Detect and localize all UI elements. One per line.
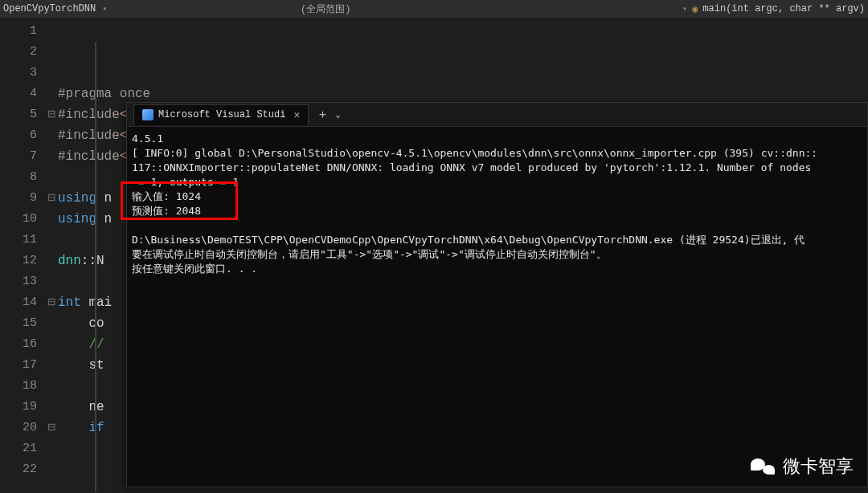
code-token: // xyxy=(58,334,104,355)
debug-console-window[interactable]: Microsoft Visual Studi ✕ ＋ ⌄ 4.5.1 [ INF… xyxy=(126,102,868,487)
watermark-text: 微卡智享 xyxy=(783,454,854,479)
console-tab[interactable]: Microsoft Visual Studi ✕ xyxy=(133,104,309,125)
code-token: if xyxy=(58,418,104,438)
vs-icon xyxy=(142,109,154,120)
chevron-down-icon[interactable]: ⌄ xyxy=(335,109,341,120)
code-token: st xyxy=(58,355,104,376)
code-token: int xyxy=(58,292,88,313)
fold-toggle-icon[interactable]: ⊟ xyxy=(47,188,56,209)
line-number: 2 xyxy=(0,42,37,63)
line-number: 4 xyxy=(0,84,37,104)
line-number: 18 xyxy=(0,376,37,397)
line-number: 20 xyxy=(0,418,37,438)
code-token: #include xyxy=(58,104,120,125)
project-dropdown-label: OpenCVpyTorchDNN xyxy=(3,3,96,14)
line-number: 15 xyxy=(0,313,37,334)
wechat-icon xyxy=(751,457,775,476)
line-number: 8 xyxy=(0,167,37,188)
function-label: main(int argc, char ** argv) xyxy=(702,3,865,14)
fold-toggle-icon[interactable]: ⊟ xyxy=(47,104,56,125)
fold-guide xyxy=(95,42,96,491)
line-number-gutter: 12345678910111213141516171819202122 xyxy=(0,18,47,493)
project-dropdown[interactable]: OpenCVpyTorchDNN ▾ xyxy=(3,3,276,14)
line-number: 19 xyxy=(0,397,37,418)
watermark: 微卡智享 xyxy=(751,454,854,479)
scope-label: (全局范围) xyxy=(301,4,350,15)
code-token: N xyxy=(96,251,104,271)
code-token: n xyxy=(104,188,113,209)
line-number: 11 xyxy=(0,230,37,251)
editor-top-bar: OpenCVpyTorchDNN ▾ (全局范围) ▾ ◉ main(int a… xyxy=(0,0,868,18)
function-dropdown[interactable]: ▾ ◉ main(int argc, char ** argv) xyxy=(682,3,865,15)
line-number: 14 xyxy=(0,292,37,313)
line-number: 7 xyxy=(0,146,37,167)
line-number: 13 xyxy=(0,271,37,292)
code-token: mai xyxy=(88,292,112,313)
scope-dropdown[interactable]: (全局范围) xyxy=(301,2,350,16)
line-number: 9 xyxy=(0,188,37,209)
line-number: 1 xyxy=(0,21,37,42)
code-token: n xyxy=(104,209,113,230)
console-output: 4.5.1 [ INFO:0] global D:\PersonalStudio… xyxy=(127,127,867,281)
function-icon: ◉ xyxy=(692,3,698,15)
close-icon[interactable]: ✕ xyxy=(293,108,300,121)
fold-toggle-icon[interactable]: ⊟ xyxy=(47,292,56,313)
chevron-down-icon: ▾ xyxy=(102,4,107,14)
code-token: dnn xyxy=(58,251,81,271)
fold-toggle-icon[interactable]: ⊟ xyxy=(47,418,56,438)
line-number: 5 xyxy=(0,104,37,125)
code-token: #include xyxy=(58,146,120,167)
code-token: ne xyxy=(58,397,104,418)
line-number: 16 xyxy=(0,334,37,355)
console-tab-title: Microsoft Visual Studi xyxy=(158,109,285,120)
line-number: 22 xyxy=(0,459,37,480)
code-token: using xyxy=(58,209,104,230)
chevron-down-icon: ▾ xyxy=(682,4,687,14)
console-tabbar: Microsoft Visual Studi ✕ ＋ ⌄ xyxy=(127,103,867,127)
line-number: 6 xyxy=(0,125,37,146)
line-number: 10 xyxy=(0,209,37,230)
code-token: using xyxy=(58,188,104,209)
new-tab-button[interactable]: ＋ xyxy=(317,107,329,122)
code-token: co xyxy=(58,313,104,334)
line-number: 3 xyxy=(0,63,37,84)
line-number: 12 xyxy=(0,251,37,271)
line-number: 21 xyxy=(0,438,37,459)
code-token: #include xyxy=(58,125,120,146)
line-number: 17 xyxy=(0,355,37,376)
